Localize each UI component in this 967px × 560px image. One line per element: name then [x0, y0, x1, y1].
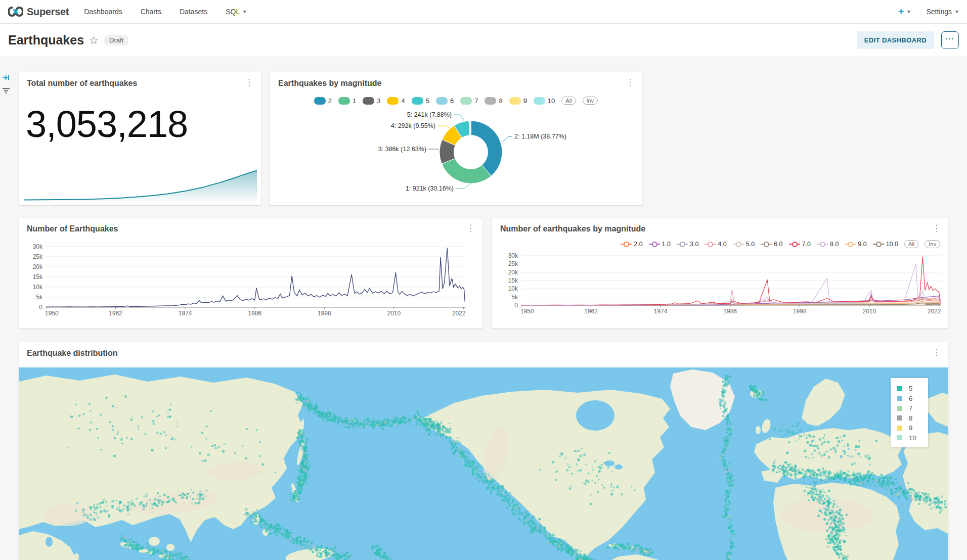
legend-item-1.0[interactable]: 1.0 [649, 241, 671, 248]
legend-item-3[interactable]: 3 [363, 97, 380, 105]
legend-label: 9.0 [858, 241, 866, 248]
x-tick-label: 1974 [179, 310, 192, 317]
legend-item-3.0[interactable]: 3.0 [677, 241, 698, 248]
donut-slice-2[interactable] [471, 121, 502, 176]
chart-card-number-of-earthquakes: Number of Earthquakes ⋮ 05k10k15k20k25k3… [18, 217, 483, 329]
map-legend-swatch [897, 396, 902, 401]
legend-all-button[interactable]: All [904, 240, 918, 248]
map-legend-item-5: 5 [897, 384, 928, 394]
chart-kebab-menu-icon[interactable]: ⋮ [929, 222, 944, 235]
legend-item-7[interactable]: 7 [460, 97, 478, 105]
legend-item-8.0[interactable]: 8.0 [817, 241, 839, 248]
legend-item-8[interactable]: 8 [485, 97, 502, 105]
legend-item-10[interactable]: 10 [534, 97, 555, 105]
nav-menu: DashboardsChartsDatasetsSQL [84, 8, 247, 16]
legend-item-1[interactable]: 1 [338, 97, 356, 105]
nav-item-sql[interactable]: SQL [226, 8, 247, 16]
legend-item-5.0[interactable]: 5.0 [733, 241, 755, 248]
legend-ring-icon [705, 242, 716, 247]
y-tick-label: 10k [33, 284, 43, 291]
legend-swatch [387, 97, 399, 105]
legend-label: 10 [548, 97, 555, 105]
legend-inv-button[interactable]: Inv [583, 97, 598, 105]
legend-item-2.0[interactable]: 2.0 [621, 241, 642, 248]
x-tick-label: 1998 [793, 308, 807, 315]
legend-all-button[interactable]: All [561, 97, 576, 105]
nav-item-charts[interactable]: Charts [141, 8, 161, 16]
legend-item-9.0[interactable]: 9.0 [845, 241, 866, 248]
chart-kebab-menu-icon[interactable]: ⋮ [241, 76, 257, 89]
pie-chart: 2: 1.18M (38.77%)1: 921k (30.16%)3: 386k… [270, 108, 643, 206]
chart-kebab-menu-icon[interactable]: ⋮ [622, 76, 638, 89]
map-legend-label: 5 [909, 385, 912, 392]
edit-dashboard-button[interactable]: EDIT DASHBOARD [857, 31, 934, 49]
map-legend-swatch [897, 415, 902, 421]
legend-item-6[interactable]: 6 [436, 97, 454, 105]
settings-menu[interactable]: Settings [926, 8, 959, 16]
legend-item-9[interactable]: 9 [509, 97, 527, 105]
nav-item-datasets[interactable]: Datasets [180, 8, 207, 16]
world-map[interactable] [19, 367, 949, 560]
legend-ring-icon [733, 242, 744, 247]
map-legend-label: 7 [909, 404, 912, 412]
chart-card-earthquake-distribution: Earthquake distribution ⋮ 5678910 [18, 342, 949, 560]
legend-inv-button[interactable]: Inv [925, 240, 940, 248]
legend-item-10.0[interactable]: 10.0 [873, 241, 898, 248]
legend-item-2[interactable]: 2 [314, 97, 332, 105]
legend-item-6.0[interactable]: 6.0 [761, 241, 782, 248]
line-chart: 05k10k15k20k25k30k1950196219741986199820… [19, 238, 484, 329]
map-legend-item-10: 10 [897, 433, 928, 443]
map-legend-item-9: 9 [897, 423, 928, 433]
y-tick-label: 15k [33, 273, 43, 281]
y-tick-label: 30k [33, 243, 43, 250]
dashboard-more-button[interactable]: ··· [941, 31, 959, 49]
superset-logo[interactable]: Superset [8, 5, 69, 18]
chart-title: Earthquake distribution [27, 349, 118, 358]
chart-kebab-menu-icon[interactable]: ⋮ [929, 346, 944, 359]
map-legend-swatch [897, 386, 902, 391]
map-legend-swatch [897, 426, 902, 431]
nav-item-dashboards[interactable]: Dashboards [84, 8, 122, 16]
trend-area [24, 170, 257, 203]
slice-callout-label: 4: 292k (9.55%) [391, 122, 435, 129]
donut-slice-1[interactable] [442, 159, 492, 183]
legend-label: 6.0 [774, 241, 782, 248]
y-tick-label: 0 [514, 302, 518, 309]
add-new-button[interactable]: + [898, 7, 911, 17]
chart-card-total-number: Total number of earthquakes ⋮ 3,053,218 [18, 72, 261, 205]
big-number-value: 3,053,218 [26, 106, 188, 143]
legend-item-4[interactable]: 4 [387, 97, 405, 105]
filter-list-icon[interactable] [2, 87, 10, 97]
x-tick-label: 1998 [318, 310, 331, 317]
legend-ring-icon [845, 242, 856, 247]
legend-label: 5 [426, 97, 429, 105]
chevron-down-icon [955, 11, 959, 13]
y-tick-label: 20k [33, 263, 43, 270]
slice-callout-label: 2: 1.18M (38.77%) [514, 133, 566, 140]
pie-legend: 21345678910AllInv [270, 97, 642, 105]
legend-item-5[interactable]: 5 [412, 97, 429, 105]
legend-ring-icon [761, 242, 772, 247]
y-tick-label: 0 [39, 304, 42, 311]
map-legend-item-7: 7 [897, 403, 928, 413]
legend-label: 3.0 [690, 241, 698, 248]
chevron-down-icon [907, 11, 911, 13]
legend-swatch [363, 97, 374, 105]
y-tick-label: 10k [508, 285, 518, 292]
legend-item-7.0[interactable]: 7.0 [789, 241, 811, 248]
legend-swatch [412, 97, 423, 105]
legend-label: 4 [401, 97, 405, 105]
x-tick-label: 2022 [928, 308, 941, 315]
favorite-star-icon[interactable] [90, 36, 98, 44]
legend-item-4.0[interactable]: 4.0 [705, 241, 726, 248]
legend-label: 3 [377, 97, 380, 105]
map-legend-item-8: 8 [897, 413, 928, 424]
legend-swatch [460, 97, 472, 105]
legend-ring-icon [621, 242, 632, 247]
legend-ring-icon [817, 242, 828, 247]
island-borneo [149, 537, 160, 546]
chart-kebab-menu-icon[interactable]: ⋮ [463, 222, 478, 235]
expand-filter-bar-icon[interactable] [2, 74, 10, 83]
x-tick-label: 2010 [862, 308, 876, 315]
callout-leader-line [456, 183, 471, 189]
